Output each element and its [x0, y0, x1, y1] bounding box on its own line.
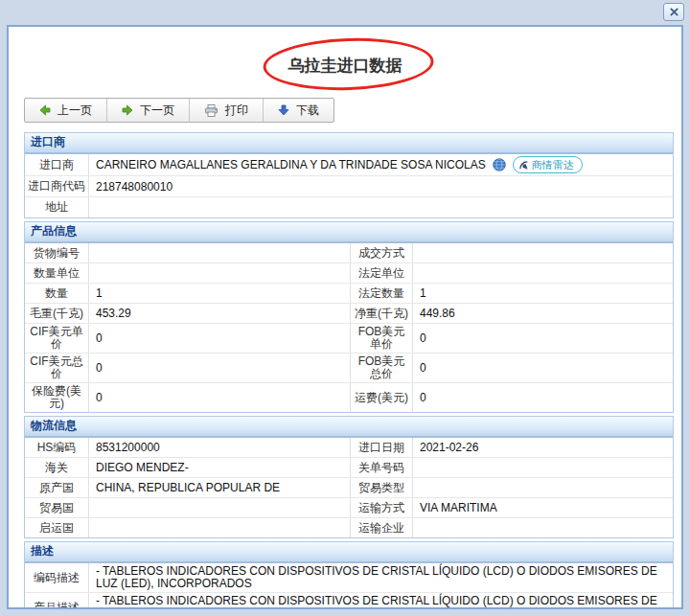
field-label: 进口商 — [25, 154, 89, 175]
business-radar-label: 商情雷达 — [532, 158, 574, 172]
field-value: 0 — [89, 324, 350, 353]
field-value — [89, 518, 350, 537]
field-label: 法定数量 — [350, 284, 413, 303]
table-row: 毛重(千克) 453.29 净重(千克) 449.86 — [25, 303, 673, 323]
download-button[interactable]: 下载 — [264, 99, 334, 122]
field-label: 运输方式 — [350, 498, 413, 517]
section-importer-header: 进口商 — [25, 133, 673, 154]
field-label: 毛重(千克) — [25, 304, 89, 323]
field-label: 数量 — [25, 284, 89, 303]
field-label: 原产国 — [25, 478, 89, 497]
field-value: 453.29 — [89, 304, 350, 323]
field-label: 运费(美元) — [350, 383, 413, 412]
importer-name-text: CARNEIRO MAGALLANES GERALDINA Y DA TRIND… — [96, 158, 486, 171]
importer-name-value: CARNEIRO MAGALLANES GERALDINA Y DA TRIND… — [89, 154, 673, 175]
table-row: CIF美元单价 0 FOB美元单价 0 — [25, 323, 673, 353]
table-row: 海关 DIEGO MENDEZ- 关单号码 — [25, 457, 673, 477]
hs-code-value: 8531200000 — [89, 438, 350, 457]
page-title: 乌拉圭进口数据 — [9, 55, 681, 77]
table-row: 地址 — [25, 196, 673, 217]
section-importer: 进口商 进口商 CARNEIRO MAGALLANES GERALDINA Y … — [24, 132, 674, 218]
origin-country-value: CHINA, REPUBLICA POPULAR DE — [89, 478, 350, 497]
field-label: HS编码 — [25, 438, 89, 457]
field-value: 0 — [413, 354, 673, 382]
section-logistics-header: 物流信息 — [25, 417, 673, 438]
table-row: 编码描述 - TABLEROS INDICADORES CON DISPOSIT… — [25, 563, 673, 592]
table-row: 数量单位 法定单位 — [25, 262, 673, 283]
printer-icon — [204, 104, 218, 117]
table-row: 启运国 运输企业 — [25, 517, 673, 537]
hs-description-value: - TABLEROS INDICADORES CON DISPOSITIVOS … — [89, 563, 673, 592]
field-label: 货物编号 — [25, 243, 89, 262]
next-page-label: 下一页 — [140, 103, 174, 119]
field-value — [413, 478, 673, 497]
field-label: 法定单位 — [350, 263, 413, 283]
field-value: 0 — [413, 383, 673, 412]
transport-mode-value: VIA MARITIMA — [413, 498, 673, 517]
field-label: 海关 — [25, 458, 89, 477]
import-data-window: 乌拉圭进口数据 上一页 下一页 — [0, 0, 690, 616]
field-label: FOB美元单价 — [350, 324, 413, 353]
field-value — [413, 518, 673, 537]
field-label: 进口日期 — [350, 438, 413, 457]
business-radar-badge[interactable]: 商情雷达 — [513, 156, 583, 173]
product-description-value: - TABLEROS INDICADORES CON DISPOSITIVOS … — [89, 593, 673, 609]
field-label: 启运国 — [25, 518, 89, 537]
field-label: 编码描述 — [25, 563, 89, 592]
section-description-header: 描述 — [25, 542, 673, 563]
field-value — [89, 263, 350, 283]
prev-page-label: 上一页 — [58, 103, 92, 119]
table-row: 进口商 CARNEIRO MAGALLANES GERALDINA Y DA T… — [25, 154, 673, 175]
table-row: CIF美元总价 0 FOB美元总价 0 — [25, 353, 673, 382]
address-value — [89, 197, 673, 217]
arrow-left-icon — [39, 104, 51, 116]
importer-code-value: 218748080010 — [89, 176, 673, 196]
field-label: 运输企业 — [350, 518, 413, 537]
field-value: 449.86 — [413, 304, 673, 323]
arrow-right-icon — [122, 104, 133, 116]
section-logistics: 物流信息 HS编码 8531200000 进口日期 2021-02-26 海关 … — [24, 416, 674, 538]
download-label: 下载 — [296, 103, 319, 119]
close-button[interactable] — [663, 3, 684, 21]
close-icon — [670, 8, 678, 16]
field-label: 贸易国 — [25, 498, 89, 517]
table-row: 货物编号 成交方式 — [25, 243, 673, 262]
field-value — [89, 243, 350, 262]
field-label: FOB美元总价 — [350, 354, 413, 382]
field-value — [413, 243, 673, 262]
field-value: DIEGO MENDEZ- — [89, 458, 350, 477]
title-area: 乌拉圭进口数据 — [9, 38, 681, 92]
field-label: 成交方式 — [350, 243, 413, 262]
field-label: 关单号码 — [350, 458, 413, 477]
radar-icon — [518, 160, 529, 171]
table-row: 进口商代码 218748080010 — [25, 175, 673, 196]
field-value: 1 — [89, 284, 350, 303]
next-page-button[interactable]: 下一页 — [107, 99, 190, 122]
prev-page-button[interactable]: 上一页 — [25, 99, 107, 122]
globe-icon[interactable] — [493, 158, 506, 171]
field-label: 地址 — [25, 197, 89, 217]
print-button[interactable]: 打印 — [190, 99, 264, 122]
table-row: HS编码 8531200000 进口日期 2021-02-26 — [25, 438, 673, 457]
import-date-value: 2021-02-26 — [413, 438, 673, 457]
field-value: 0 — [89, 383, 350, 412]
table-row: 产品描述 - TABLEROS INDICADORES CON DISPOSIT… — [25, 592, 673, 609]
field-label: CIF美元总价 — [25, 354, 89, 382]
field-label: 保险费(美元) — [25, 383, 89, 412]
field-value — [413, 458, 673, 477]
field-label: 贸易类型 — [350, 478, 413, 497]
arrow-down-icon — [278, 104, 289, 116]
table-row: 保险费(美元) 0 运费(美元) 0 — [25, 382, 673, 412]
section-product-header: 产品信息 — [25, 222, 673, 243]
field-label: 进口商代码 — [25, 176, 89, 196]
section-description: 描述 编码描述 - TABLEROS INDICADORES CON DISPO… — [24, 541, 674, 609]
content-panel: 乌拉圭进口数据 上一页 下一页 — [7, 25, 683, 609]
toolbar: 上一页 下一页 打印 — [24, 98, 334, 123]
table-row: 贸易国 运输方式 VIA MARITIMA — [25, 497, 673, 517]
field-value: 1 — [413, 284, 673, 303]
section-product-info: 产品信息 货物编号 成交方式 数量单位 法定单位 数量 1 法定数量 1 毛重(… — [24, 221, 674, 413]
field-label: 净重(千克) — [350, 304, 413, 323]
field-value — [413, 263, 673, 283]
field-value — [89, 498, 350, 517]
field-label: 数量单位 — [25, 263, 89, 283]
